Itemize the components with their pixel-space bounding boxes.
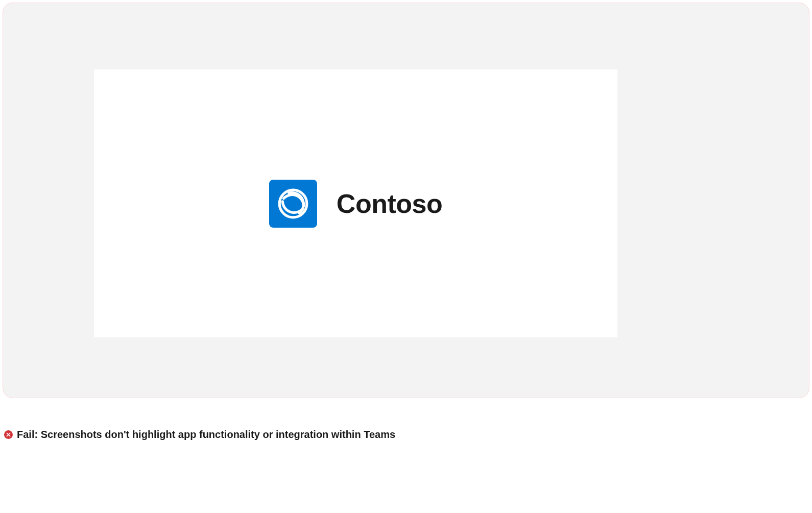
caption-text: Fail: Screenshots don't highlight app fu… bbox=[17, 429, 395, 441]
brand-logo-block: Contoso bbox=[269, 180, 442, 228]
brand-logo-icon bbox=[269, 180, 317, 228]
screenshot-card: Contoso bbox=[94, 69, 617, 337]
caption-row: Fail: Screenshots don't highlight app fu… bbox=[4, 429, 395, 441]
fail-icon bbox=[4, 430, 13, 439]
brand-name: Contoso bbox=[337, 188, 442, 219]
example-frame: Contoso bbox=[3, 3, 809, 398]
